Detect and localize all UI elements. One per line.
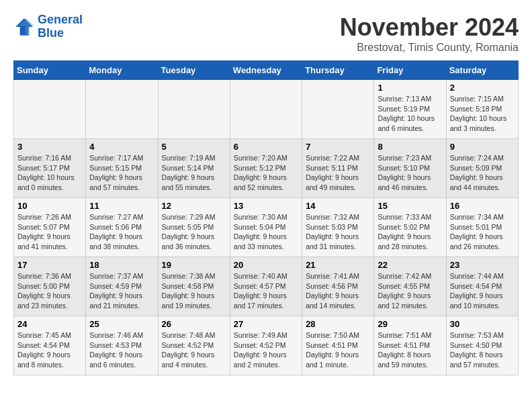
- day-number: 16: [450, 201, 515, 211]
- day-info: Sunrise: 7:33 AM Sunset: 5:02 PM Dayligh…: [378, 212, 442, 252]
- day-number: 17: [17, 260, 82, 270]
- day-number: 28: [306, 319, 370, 329]
- day-number: 24: [17, 319, 82, 329]
- weekday-header-tuesday: Tuesday: [158, 61, 230, 80]
- day-info: Sunrise: 7:36 AM Sunset: 5:00 PM Dayligh…: [17, 271, 82, 311]
- calendar-cell: 10Sunrise: 7:26 AM Sunset: 5:07 PM Dayli…: [14, 198, 86, 257]
- calendar-week-5: 24Sunrise: 7:45 AM Sunset: 4:54 PM Dayli…: [14, 316, 519, 375]
- calendar-cell: 25Sunrise: 7:46 AM Sunset: 4:53 PM Dayli…: [86, 316, 158, 375]
- calendar-cell: 7Sunrise: 7:22 AM Sunset: 5:11 PM Daylig…: [302, 139, 374, 198]
- calendar-cell: 5Sunrise: 7:19 AM Sunset: 5:14 PM Daylig…: [158, 139, 230, 198]
- weekday-header-row: SundayMondayTuesdayWednesdayThursdayFrid…: [14, 61, 519, 80]
- calendar-week-1: 1Sunrise: 7:13 AM Sunset: 5:19 PM Daylig…: [14, 80, 519, 139]
- day-info: Sunrise: 7:23 AM Sunset: 5:10 PM Dayligh…: [378, 153, 442, 193]
- day-info: Sunrise: 7:37 AM Sunset: 4:59 PM Dayligh…: [89, 271, 154, 311]
- logo: General Blue: [13, 13, 83, 40]
- day-number: 18: [89, 260, 154, 270]
- day-info: Sunrise: 7:53 AM Sunset: 4:50 PM Dayligh…: [450, 330, 515, 370]
- location-subtitle: Brestovat, Timis County, Romania: [340, 42, 519, 54]
- weekday-header-saturday: Saturday: [446, 61, 518, 80]
- day-info: Sunrise: 7:45 AM Sunset: 4:54 PM Dayligh…: [17, 330, 82, 370]
- day-info: Sunrise: 7:49 AM Sunset: 4:52 PM Dayligh…: [234, 330, 298, 370]
- day-info: Sunrise: 7:29 AM Sunset: 5:05 PM Dayligh…: [162, 212, 226, 252]
- calendar-cell: 17Sunrise: 7:36 AM Sunset: 5:00 PM Dayli…: [14, 257, 86, 316]
- day-number: 27: [234, 319, 298, 329]
- weekday-header-thursday: Thursday: [302, 61, 374, 80]
- weekday-header-monday: Monday: [86, 61, 158, 80]
- calendar-cell: 21Sunrise: 7:41 AM Sunset: 4:56 PM Dayli…: [302, 257, 374, 316]
- day-info: Sunrise: 7:13 AM Sunset: 5:19 PM Dayligh…: [378, 94, 442, 134]
- weekday-header-friday: Friday: [374, 61, 446, 80]
- day-number: 10: [17, 201, 82, 211]
- weekday-header-sunday: Sunday: [14, 61, 86, 80]
- day-number: 15: [378, 201, 442, 211]
- calendar-cell: 4Sunrise: 7:17 AM Sunset: 5:15 PM Daylig…: [86, 139, 158, 198]
- calendar-cell: 23Sunrise: 7:44 AM Sunset: 4:54 PM Dayli…: [446, 257, 518, 316]
- calendar-cell: 30Sunrise: 7:53 AM Sunset: 4:50 PM Dayli…: [446, 316, 518, 375]
- month-title: November 2024: [340, 13, 519, 42]
- day-number: 6: [234, 142, 298, 152]
- calendar-cell: 12Sunrise: 7:29 AM Sunset: 5:05 PM Dayli…: [158, 198, 230, 257]
- day-info: Sunrise: 7:41 AM Sunset: 4:56 PM Dayligh…: [306, 271, 370, 311]
- calendar-week-2: 3Sunrise: 7:16 AM Sunset: 5:17 PM Daylig…: [14, 139, 519, 198]
- calendar-cell: 16Sunrise: 7:34 AM Sunset: 5:01 PM Dayli…: [446, 198, 518, 257]
- calendar-cell: [230, 80, 302, 139]
- day-info: Sunrise: 7:42 AM Sunset: 4:55 PM Dayligh…: [378, 271, 442, 311]
- calendar-cell: 18Sunrise: 7:37 AM Sunset: 4:59 PM Dayli…: [86, 257, 158, 316]
- day-number: 19: [162, 260, 226, 270]
- calendar-cell: 14Sunrise: 7:32 AM Sunset: 5:03 PM Dayli…: [302, 198, 374, 257]
- calendar-week-4: 17Sunrise: 7:36 AM Sunset: 5:00 PM Dayli…: [14, 257, 519, 316]
- day-info: Sunrise: 7:19 AM Sunset: 5:14 PM Dayligh…: [162, 153, 226, 193]
- calendar-cell: 8Sunrise: 7:23 AM Sunset: 5:10 PM Daylig…: [374, 139, 446, 198]
- calendar-cell: 3Sunrise: 7:16 AM Sunset: 5:17 PM Daylig…: [14, 139, 86, 198]
- day-info: Sunrise: 7:48 AM Sunset: 4:52 PM Dayligh…: [162, 330, 226, 370]
- calendar-cell: 27Sunrise: 7:49 AM Sunset: 4:52 PM Dayli…: [230, 316, 302, 375]
- day-number: 11: [89, 201, 154, 211]
- day-number: 25: [89, 319, 154, 329]
- calendar-cell: 22Sunrise: 7:42 AM Sunset: 4:55 PM Dayli…: [374, 257, 446, 316]
- day-info: Sunrise: 7:44 AM Sunset: 4:54 PM Dayligh…: [450, 271, 515, 311]
- calendar-cell: 20Sunrise: 7:40 AM Sunset: 4:57 PM Dayli…: [230, 257, 302, 316]
- day-info: Sunrise: 7:27 AM Sunset: 5:06 PM Dayligh…: [89, 212, 154, 252]
- day-info: Sunrise: 7:30 AM Sunset: 5:04 PM Dayligh…: [234, 212, 298, 252]
- logo-text: General Blue: [38, 13, 83, 40]
- day-number: 21: [306, 260, 370, 270]
- day-number: 14: [306, 201, 370, 211]
- day-number: 5: [162, 142, 226, 152]
- day-info: Sunrise: 7:51 AM Sunset: 4:51 PM Dayligh…: [378, 330, 442, 370]
- calendar-cell: 9Sunrise: 7:24 AM Sunset: 5:09 PM Daylig…: [446, 139, 518, 198]
- calendar-cell: 29Sunrise: 7:51 AM Sunset: 4:51 PM Dayli…: [374, 316, 446, 375]
- day-number: 12: [162, 201, 226, 211]
- day-number: 26: [162, 319, 226, 329]
- day-number: 9: [450, 142, 515, 152]
- day-info: Sunrise: 7:50 AM Sunset: 4:51 PM Dayligh…: [306, 330, 370, 370]
- day-number: 29: [378, 319, 442, 329]
- day-info: Sunrise: 7:34 AM Sunset: 5:01 PM Dayligh…: [450, 212, 515, 252]
- day-number: 3: [17, 142, 82, 152]
- day-info: Sunrise: 7:17 AM Sunset: 5:15 PM Dayligh…: [89, 153, 154, 193]
- day-number: 22: [378, 260, 442, 270]
- day-number: 23: [450, 260, 515, 270]
- day-info: Sunrise: 7:15 AM Sunset: 5:18 PM Dayligh…: [450, 94, 515, 134]
- calendar-cell: 24Sunrise: 7:45 AM Sunset: 4:54 PM Dayli…: [14, 316, 86, 375]
- title-block: November 2024 Brestovat, Timis County, R…: [340, 13, 519, 54]
- day-info: Sunrise: 7:22 AM Sunset: 5:11 PM Dayligh…: [306, 153, 370, 193]
- logo-icon: [13, 16, 35, 38]
- day-info: Sunrise: 7:26 AM Sunset: 5:07 PM Dayligh…: [17, 212, 82, 252]
- calendar-cell: [158, 80, 230, 139]
- calendar-cell: 13Sunrise: 7:30 AM Sunset: 5:04 PM Dayli…: [230, 198, 302, 257]
- calendar-week-3: 10Sunrise: 7:26 AM Sunset: 5:07 PM Dayli…: [14, 198, 519, 257]
- day-info: Sunrise: 7:16 AM Sunset: 5:17 PM Dayligh…: [17, 153, 82, 193]
- day-info: Sunrise: 7:40 AM Sunset: 4:57 PM Dayligh…: [234, 271, 298, 311]
- calendar-table: SundayMondayTuesdayWednesdayThursdayFrid…: [13, 60, 519, 375]
- day-info: Sunrise: 7:38 AM Sunset: 4:58 PM Dayligh…: [162, 271, 226, 311]
- calendar-cell: 15Sunrise: 7:33 AM Sunset: 5:02 PM Dayli…: [374, 198, 446, 257]
- day-info: Sunrise: 7:20 AM Sunset: 5:12 PM Dayligh…: [234, 153, 298, 193]
- page-header: General Blue November 2024 Brestovat, Ti…: [13, 13, 519, 54]
- calendar-cell: 28Sunrise: 7:50 AM Sunset: 4:51 PM Dayli…: [302, 316, 374, 375]
- calendar-cell: 1Sunrise: 7:13 AM Sunset: 5:19 PM Daylig…: [374, 80, 446, 139]
- calendar-cell: [86, 80, 158, 139]
- calendar-cell: 11Sunrise: 7:27 AM Sunset: 5:06 PM Dayli…: [86, 198, 158, 257]
- calendar-cell: 6Sunrise: 7:20 AM Sunset: 5:12 PM Daylig…: [230, 139, 302, 198]
- day-number: 7: [306, 142, 370, 152]
